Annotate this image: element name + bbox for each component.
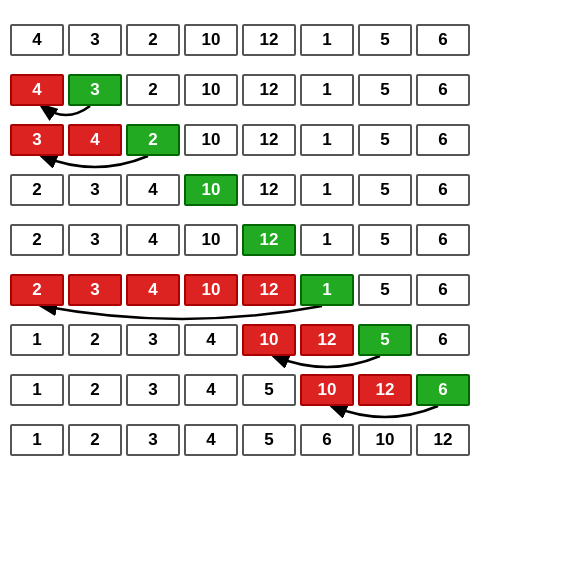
cell-r1-c7: 6 [416,74,470,106]
cell-r2-c3: 10 [184,124,238,156]
cell-r7-c7: 6 [416,374,470,406]
row-5: 2341012156 [10,266,552,314]
row-7: 1234510126 [10,366,552,414]
cell-r0-c1: 3 [68,24,122,56]
row-1: 4321012156 [10,66,552,114]
cell-r2-c0: 3 [10,124,64,156]
cell-r3-c3: 10 [184,174,238,206]
cell-r1-c2: 2 [126,74,180,106]
cell-r5-c2: 4 [126,274,180,306]
cell-r7-c5: 10 [300,374,354,406]
cell-r8-c6: 10 [358,424,412,456]
cell-r5-c4: 12 [242,274,296,306]
cell-r4-c3: 10 [184,224,238,256]
cell-r5-c0: 2 [10,274,64,306]
cell-r6-c7: 6 [416,324,470,356]
cell-r6-c4: 10 [242,324,296,356]
cell-r2-c5: 1 [300,124,354,156]
cell-r0-c4: 12 [242,24,296,56]
cell-r7-c1: 2 [68,374,122,406]
cell-r6-c1: 2 [68,324,122,356]
cell-r4-c6: 5 [358,224,412,256]
cell-r2-c7: 6 [416,124,470,156]
cell-r4-c4: 12 [242,224,296,256]
cell-r1-c6: 5 [358,74,412,106]
cell-r4-c5: 1 [300,224,354,256]
cell-r6-c6: 5 [358,324,412,356]
cell-r0-c6: 5 [358,24,412,56]
cell-r3-c0: 2 [10,174,64,206]
cell-r0-c2: 2 [126,24,180,56]
row-8: 1234561012 [10,416,552,464]
cell-r6-c2: 3 [126,324,180,356]
cell-r5-c1: 3 [68,274,122,306]
cell-r5-c3: 10 [184,274,238,306]
cell-r8-c3: 4 [184,424,238,456]
cell-r0-c5: 1 [300,24,354,56]
cell-r4-c2: 4 [126,224,180,256]
cell-r1-c4: 12 [242,74,296,106]
cell-r6-c3: 4 [184,324,238,356]
cell-r7-c2: 3 [126,374,180,406]
cell-r2-c1: 4 [68,124,122,156]
cell-r8-c0: 1 [10,424,64,456]
cell-r3-c7: 6 [416,174,470,206]
cell-r4-c0: 2 [10,224,64,256]
cell-r1-c5: 1 [300,74,354,106]
cell-r0-c3: 10 [184,24,238,56]
cell-r2-c2: 2 [126,124,180,156]
cell-r6-c5: 12 [300,324,354,356]
cell-r3-c5: 1 [300,174,354,206]
cell-r7-c3: 4 [184,374,238,406]
cell-r1-c0: 4 [10,74,64,106]
cell-r8-c5: 6 [300,424,354,456]
cell-r0-c7: 6 [416,24,470,56]
cell-r8-c2: 3 [126,424,180,456]
cell-r7-c6: 12 [358,374,412,406]
cell-r5-c6: 5 [358,274,412,306]
cell-r5-c5: 1 [300,274,354,306]
cell-r3-c6: 5 [358,174,412,206]
cell-r3-c2: 4 [126,174,180,206]
cell-r1-c3: 10 [184,74,238,106]
row-4: 2341012156 [10,216,552,264]
row-3: 2341012156 [10,166,552,214]
page-title [0,0,562,12]
cell-r8-c1: 2 [68,424,122,456]
cell-r4-c7: 6 [416,224,470,256]
cell-r1-c1: 3 [68,74,122,106]
row-0: 4321012156 [10,16,552,64]
cell-r2-c6: 5 [358,124,412,156]
cell-r3-c4: 12 [242,174,296,206]
cell-r7-c4: 5 [242,374,296,406]
cell-r7-c0: 1 [10,374,64,406]
cell-r8-c4: 5 [242,424,296,456]
row-2: 3421012156 [10,116,552,164]
cell-r0-c0: 4 [10,24,64,56]
cell-r5-c7: 6 [416,274,470,306]
rows-container: 4321012156432101215634210121562341012156… [0,12,562,470]
cell-r3-c1: 3 [68,174,122,206]
cell-r6-c0: 1 [10,324,64,356]
cell-r4-c1: 3 [68,224,122,256]
cell-r2-c4: 12 [242,124,296,156]
cell-r8-c7: 12 [416,424,470,456]
row-6: 1234101256 [10,316,552,364]
